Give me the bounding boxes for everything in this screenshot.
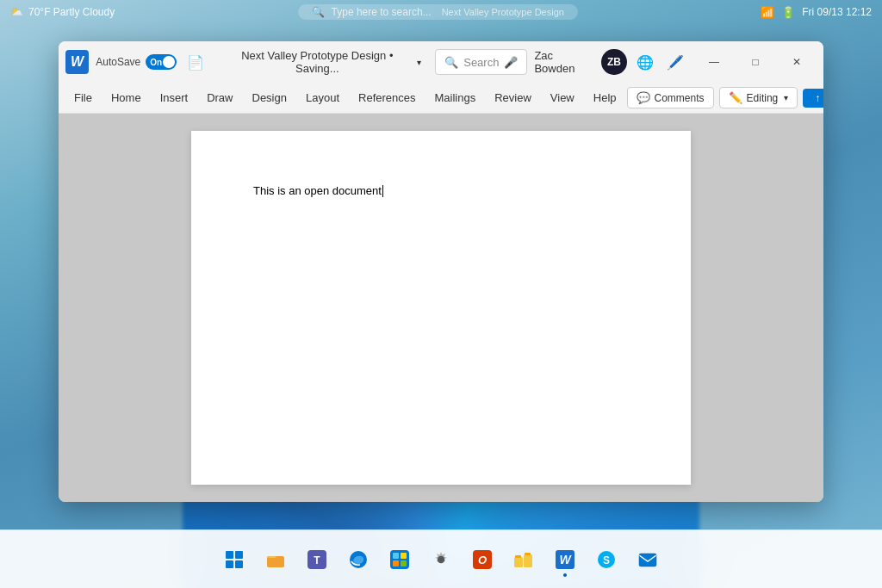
- menu-references[interactable]: References: [350, 88, 424, 108]
- svg-rect-21: [639, 554, 656, 566]
- weather-icon: ⛅: [10, 6, 23, 18]
- taskbar-search-widget[interactable]: 🔍 Type here to search... Next Valley Pro…: [298, 4, 578, 20]
- system-tray: ⛅ 70°F Partly Cloudy 🔍 Type here to sear…: [0, 0, 882, 24]
- menu-bar: File Home Insert Draw Design Layout Refe…: [59, 83, 823, 114]
- autosave-state: On: [150, 58, 162, 67]
- search-placeholder: Search: [463, 56, 499, 69]
- autosave-toggle[interactable]: On: [146, 54, 177, 70]
- title-search-bar[interactable]: 🔍 Search 🎤: [435, 49, 527, 75]
- menu-insert[interactable]: Insert: [152, 88, 197, 108]
- taskbar-start-button[interactable]: [215, 541, 253, 579]
- windows-logo-icon: [226, 551, 243, 568]
- document-page[interactable]: This is an open document: [191, 131, 691, 485]
- taskbar-title: Next Valley Prototype Design: [442, 7, 564, 17]
- menu-home[interactable]: Home: [102, 88, 150, 108]
- taskbar-edge[interactable]: [339, 541, 377, 579]
- svg-rect-6: [401, 553, 407, 559]
- svg-text:O: O: [478, 554, 487, 566]
- pen-icon[interactable]: 🖊️: [664, 50, 687, 74]
- user-name: Zac Bowden: [534, 49, 594, 75]
- file-manager-icon: [513, 550, 534, 569]
- taskbar-skype[interactable]: S: [587, 541, 625, 579]
- weather-text: 70°F Partly Cloudy: [28, 6, 115, 18]
- title-bar: W AutoSave On 📄 Next Valley Prototype De…: [59, 41, 823, 83]
- menu-layout[interactable]: Layout: [297, 88, 348, 108]
- taskbar-teams[interactable]: T: [298, 541, 336, 579]
- document-text: This is an open document: [253, 184, 382, 197]
- text-cursor: [382, 185, 383, 197]
- svg-rect-8: [401, 560, 407, 566]
- share-button[interactable]: ↑ Share ▾: [803, 89, 823, 108]
- mail-icon: [638, 550, 657, 569]
- taskbar-word[interactable]: W: [546, 541, 584, 579]
- teams-icon: T: [307, 550, 326, 569]
- user-section: Zac Bowden ZB: [534, 49, 626, 75]
- taskbar-file-explorer[interactable]: [257, 541, 295, 579]
- office-icon: O: [473, 550, 492, 569]
- window-controls: — □ ✕: [694, 48, 817, 76]
- chevron-editing-icon: ▾: [784, 93, 788, 102]
- autosave-section: AutoSave On: [96, 54, 177, 70]
- skype-icon: S: [597, 550, 616, 569]
- comments-button[interactable]: 💬 Comments: [627, 87, 714, 108]
- autosave-label: AutoSave: [96, 56, 140, 68]
- editing-label: Editing: [747, 92, 779, 104]
- word-logo: W: [65, 50, 89, 74]
- document-icon[interactable]: 📄: [183, 50, 207, 74]
- menu-right-actions: 💬 Comments ✏️ Editing ▾ ↑ Share ▾ 📌: [627, 86, 823, 110]
- wifi-icon: 📶: [761, 6, 774, 19]
- clock: Fri 09/13 12:12: [802, 6, 872, 18]
- chevron-down-icon: ▾: [417, 58, 421, 67]
- svg-text:W: W: [559, 553, 572, 566]
- tray-left: ⛅ 70°F Partly Cloudy: [10, 6, 115, 18]
- menu-design[interactable]: Design: [244, 88, 295, 108]
- svg-rect-16: [525, 553, 531, 555]
- maximize-button[interactable]: □: [736, 48, 775, 76]
- menu-review[interactable]: Review: [486, 88, 540, 108]
- user-avatar[interactable]: ZB: [601, 49, 626, 75]
- globe-icon[interactable]: 🌐: [634, 50, 657, 74]
- minimize-button[interactable]: —: [694, 48, 734, 76]
- svg-text:S: S: [603, 554, 610, 566]
- menu-draw[interactable]: Draw: [198, 88, 241, 108]
- taskbar: T O: [0, 529, 882, 588]
- svg-text:T: T: [314, 554, 320, 566]
- store-icon: [390, 550, 409, 569]
- menu-mailings[interactable]: Mailings: [426, 88, 485, 108]
- search-icon: 🔍: [444, 56, 458, 69]
- svg-rect-7: [393, 560, 399, 566]
- taskbar-settings[interactable]: [422, 541, 460, 579]
- mic-icon[interactable]: 🎤: [504, 56, 518, 69]
- taskbar-mail[interactable]: [629, 541, 667, 579]
- settings-icon: [432, 550, 450, 569]
- doc-title-button[interactable]: Next Valley Prototype Design • Saving...…: [214, 46, 428, 78]
- tray-right: 📶 🔋 Fri 09/13 12:12: [761, 6, 872, 19]
- close-button[interactable]: ✕: [777, 48, 817, 76]
- document-content[interactable]: This is an open document: [253, 183, 629, 200]
- battery-icon: 🔋: [781, 6, 795, 19]
- svg-rect-15: [524, 554, 532, 567]
- menu-file[interactable]: File: [65, 88, 101, 108]
- pen-small-icon: ✏️: [729, 91, 742, 104]
- share-icon: ↑: [815, 92, 820, 104]
- menu-view[interactable]: View: [542, 88, 583, 108]
- taskbar-file-manager[interactable]: [505, 541, 543, 579]
- editing-button[interactable]: ✏️ Editing ▾: [719, 87, 798, 108]
- svg-rect-5: [393, 553, 399, 559]
- svg-rect-14: [515, 555, 521, 558]
- svg-rect-13: [514, 557, 523, 567]
- word-taskbar-icon: W: [556, 550, 575, 569]
- document-area[interactable]: This is an open document: [59, 114, 823, 502]
- menu-help[interactable]: Help: [585, 88, 625, 108]
- word-window: W AutoSave On 📄 Next Valley Prototype De…: [59, 41, 823, 502]
- taskbar-office[interactable]: O: [463, 541, 501, 579]
- user-initials: ZB: [607, 56, 621, 68]
- comment-icon: 💬: [637, 91, 650, 104]
- taskbar-store[interactable]: [381, 541, 419, 579]
- comments-label: Comments: [655, 92, 705, 104]
- doc-title-text: Next Valley Prototype Design • Saving...: [220, 49, 413, 75]
- taskbar-search-text: Type here to search...: [332, 6, 432, 18]
- folder-icon: [266, 550, 285, 569]
- search-icon: 🔍: [312, 6, 325, 18]
- edge-icon: [349, 550, 368, 569]
